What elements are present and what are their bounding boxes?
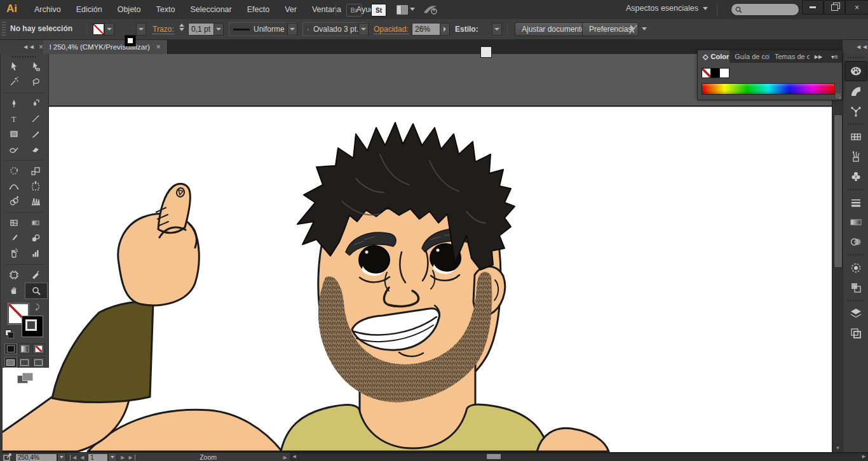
free-transform-tool[interactable] [25, 178, 46, 194]
dock-grip[interactable] [848, 300, 864, 302]
status-display[interactable]: Zoom [135, 453, 281, 461]
fill-color-swatch[interactable] [93, 23, 104, 35]
color-guide-panel-icon[interactable] [845, 82, 867, 101]
color-spectrum-bar[interactable] [702, 83, 835, 95]
dock-grip[interactable] [848, 254, 864, 256]
tab-color[interactable]: ◇ Color [698, 50, 729, 63]
scale-tool[interactable] [25, 163, 46, 178]
selection-tool[interactable] [3, 59, 25, 74]
stroke-color-dropdown[interactable] [136, 23, 146, 36]
width-tool[interactable] [3, 178, 25, 194]
screen-mode-button[interactable] [17, 373, 32, 383]
white-swatch[interactable] [719, 68, 729, 78]
panel-menu-icon[interactable]: ▾≡ [826, 50, 842, 63]
arrange-documents-caret[interactable] [410, 8, 415, 11]
vertical-scrollbar[interactable]: ▲ ▼ [832, 54, 843, 452]
mesh-tool[interactable] [3, 215, 25, 230]
gradient-tool[interactable] [25, 215, 46, 230]
artwork-canvas[interactable] [0, 54, 832, 452]
scroll-left-icon[interactable]: ◀ [291, 453, 298, 460]
zoom-level-dropdown[interactable] [57, 453, 66, 461]
panel-resize-grip[interactable] [836, 93, 841, 98]
tab-color-themes[interactable]: Temas de c [770, 50, 810, 63]
draw-behind-button[interactable] [18, 357, 31, 368]
rotate-tool[interactable] [3, 163, 25, 178]
symbols-panel-icon[interactable] [845, 167, 867, 186]
dock-grip[interactable] [848, 123, 864, 125]
none-button[interactable] [32, 344, 45, 354]
collapse-icon[interactable]: ◄◄ [22, 43, 35, 50]
stroke-color-swatch[interactable] [125, 35, 136, 46]
brush-definition-combo[interactable]: · Ovalado 3 pt. [302, 22, 366, 36]
blend-tool[interactable] [25, 230, 46, 246]
eyedropper-tool[interactable] [3, 230, 25, 246]
artboard-number-dropdown[interactable] [108, 453, 117, 461]
stock-button[interactable]: St [371, 4, 386, 17]
swatches-panel-icon[interactable] [845, 128, 867, 147]
tab-overflow-icon[interactable]: ▶▶ [810, 50, 826, 63]
eraser-tool[interactable] [25, 142, 46, 157]
pen-tool[interactable] [3, 96, 25, 111]
stroke-profile-dropdown[interactable] [287, 23, 297, 36]
artboard-tool[interactable] [3, 267, 25, 283]
stroke-profile-combo[interactable]: Uniforme [229, 22, 295, 36]
pencil-tool[interactable] [25, 96, 46, 111]
menu-edicion[interactable]: Edición [76, 5, 102, 14]
menu-ver[interactable]: Ver [285, 5, 297, 14]
hand-tool[interactable] [3, 283, 25, 298]
stroke-indicator[interactable] [22, 316, 43, 337]
menu-seleccionar[interactable]: Seleccionar [190, 5, 231, 14]
last-artboard-icon[interactable]: ▶ [126, 455, 135, 460]
close-button[interactable]: × [845, 0, 868, 15]
minimize-button[interactable] [802, 0, 824, 15]
restore-button[interactable] [824, 0, 845, 15]
kuler-panel-icon[interactable] [845, 102, 867, 121]
graphic-styles-panel-icon[interactable] [845, 278, 867, 297]
menu-ventana[interactable]: Ventana [312, 5, 341, 14]
scroll-down-icon[interactable]: ▼ [832, 445, 843, 451]
line-segment-tool[interactable] [25, 111, 46, 126]
artboards-panel-icon[interactable] [845, 324, 867, 343]
search-input[interactable] [731, 3, 799, 16]
dock-grip[interactable] [848, 189, 864, 190]
brush-definition-dropdown[interactable] [358, 23, 369, 36]
magic-wand-tool[interactable] [3, 74, 25, 90]
rectangle-tool[interactable] [3, 126, 25, 142]
tab-color-guide[interactable]: Guía de col [729, 50, 770, 63]
blob-brush-tool[interactable] [3, 142, 25, 157]
previous-artboard-icon[interactable]: ◀ [78, 455, 86, 460]
artboard-number-field[interactable]: 1 [88, 453, 108, 461]
control-panel-menu-caret[interactable] [642, 27, 647, 30]
bridge-button[interactable]: Br [346, 4, 362, 17]
perspective-grid-tool[interactable] [25, 194, 46, 209]
fill-color-dropdown[interactable] [104, 23, 114, 36]
shape-builder-tool[interactable] [3, 194, 25, 209]
color-button[interactable] [4, 344, 17, 354]
layers-panel-icon[interactable] [845, 304, 867, 323]
document-tab[interactable]: l 250,4% (CMYK/Previsualizar) × [43, 39, 168, 54]
draw-inside-button[interactable] [32, 357, 45, 368]
horizontal-scrollbar[interactable]: ◀ ▶ [290, 453, 868, 461]
stroke-weight-stepper[interactable] [179, 23, 184, 31]
menu-texto[interactable]: Texto [156, 5, 175, 14]
lasso-tool[interactable] [25, 74, 46, 90]
panel-grip[interactable] [2, 22, 6, 37]
flyout-icon[interactable] [3, 453, 13, 461]
first-artboard-icon[interactable]: ◀ [70, 455, 78, 460]
dock-grip[interactable] [848, 57, 864, 58]
opacity-label[interactable]: Opacidad: [374, 25, 409, 34]
panel-grip[interactable] [12, 56, 37, 58]
stroke-weight-label[interactable]: Trazo: [153, 25, 174, 34]
tools-close-icon[interactable]: × [39, 43, 43, 51]
paintbrush-tool[interactable] [25, 126, 46, 142]
gradient-panel-icon[interactable] [845, 213, 867, 232]
style-dropdown[interactable] [492, 23, 502, 36]
cs-live-icon[interactable] [423, 4, 438, 15]
stroke-panel-icon[interactable] [845, 193, 867, 212]
menu-objeto[interactable]: Objeto [118, 5, 141, 14]
fit-document-button[interactable]: Ajustar documento [515, 22, 592, 36]
menu-efecto[interactable]: Efecto [247, 5, 269, 14]
zoom-level-field[interactable]: 250,4% [15, 453, 57, 461]
color-panel-icon[interactable] [844, 61, 867, 81]
style-swatch[interactable] [480, 46, 492, 58]
